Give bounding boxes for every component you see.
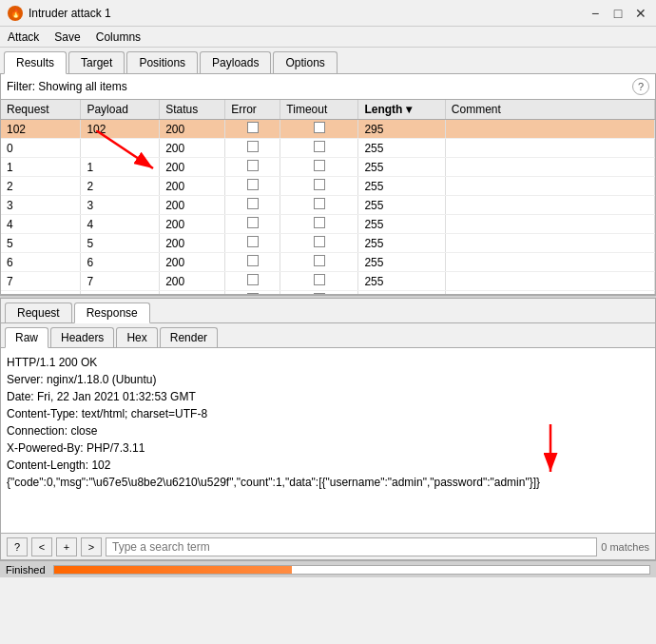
error-checkbox[interactable] [247,141,259,152]
status-progress-fill [54,566,293,574]
timeout-checkbox[interactable] [314,217,325,228]
req-resp-tab-bar: Request Response [0,299,656,323]
results-table-container[interactable]: Request Payload Status Error Timeout Len… [0,100,656,295]
response-text: HTTP/1.1 200 OKServer: nginx/1.18.0 (Ubu… [7,354,649,491]
help-button[interactable]: ? [632,78,649,95]
sub-tab-bar: Raw Headers Hex Render [0,323,656,348]
col-payload[interactable]: Payload [81,100,160,120]
prev-button[interactable]: < [31,537,52,556]
tab-payloads[interactable]: Payloads [200,51,271,73]
tab-options[interactable]: Options [273,51,337,73]
window-controls: − □ ✕ [588,6,648,21]
error-checkbox[interactable] [247,255,259,266]
table-row[interactable]: 0200255 [1,139,655,158]
timeout-checkbox[interactable] [314,122,325,133]
tab-results[interactable]: Results [4,51,67,74]
error-checkbox[interactable] [247,217,259,228]
col-status[interactable]: Status [160,100,225,120]
menu-save[interactable]: Save [50,29,84,45]
sub-tab-hex[interactable]: Hex [116,327,157,347]
timeout-checkbox[interactable] [314,141,325,152]
table-row[interactable]: 102102200295 [1,120,655,139]
match-count: 0 matches [601,541,649,553]
status-text: Finished [6,564,46,576]
table-row[interactable]: 22200255 [1,177,655,196]
timeout-checkbox[interactable] [314,236,325,247]
tab-target[interactable]: Target [68,51,125,73]
table-row[interactable]: 77200255 [1,272,655,291]
sub-tab-raw[interactable]: Raw [5,327,48,348]
table-row[interactable]: 44200255 [1,215,655,234]
sub-tab-render[interactable]: Render [160,327,218,347]
close-button[interactable]: ✕ [633,6,648,21]
next-button[interactable]: > [81,537,102,556]
window-title: Intruder attack 1 [29,7,111,20]
error-checkbox[interactable] [247,274,259,285]
filter-bar: Filter: Showing all items ? [0,74,656,100]
main-tab-bar: Results Target Positions Payloads Option… [0,48,656,74]
timeout-checkbox[interactable] [314,160,325,171]
response-content[interactable]: HTTP/1.1 200 OKServer: nginx/1.18.0 (Ubu… [0,348,656,534]
col-error[interactable]: Error [225,100,280,120]
tab-positions[interactable]: Positions [126,51,198,73]
filter-label: Filter: Showing all items [7,80,127,93]
col-comment[interactable]: Comment [445,100,654,120]
col-timeout[interactable]: Timeout [280,100,358,120]
tab-request[interactable]: Request [5,302,72,322]
help-nav-button[interactable]: ? [7,537,28,556]
add-button[interactable]: + [56,537,77,556]
status-progress [53,565,650,575]
error-checkbox[interactable] [247,179,259,190]
table-row[interactable]: 55200255 [1,234,655,253]
table-row[interactable]: 88200255 [1,291,655,296]
error-checkbox[interactable] [247,293,259,295]
table-row[interactable]: 33200255 [1,196,655,215]
error-checkbox[interactable] [247,236,259,247]
col-request[interactable]: Request [1,100,81,120]
error-checkbox[interactable] [247,198,259,209]
results-table: Request Payload Status Error Timeout Len… [1,100,655,295]
table-row[interactable]: 11200255 [1,158,655,177]
table-row[interactable]: 66200255 [1,253,655,272]
menu-columns[interactable]: Columns [92,29,145,45]
timeout-checkbox[interactable] [314,255,325,266]
title-bar: 🔥 Intruder attack 1 − □ ✕ [0,0,656,27]
status-bar: Finished [0,560,656,577]
menu-attack[interactable]: Attack [4,29,43,45]
menu-bar: Attack Save Columns [0,27,656,48]
maximize-button[interactable]: □ [610,6,626,21]
error-checkbox[interactable] [247,160,259,171]
search-input[interactable] [106,537,597,556]
bottom-bar: ? < + > 0 matches [0,534,656,560]
timeout-checkbox[interactable] [314,274,325,285]
timeout-checkbox[interactable] [314,293,325,295]
error-checkbox[interactable] [247,122,259,133]
app-icon: 🔥 [8,6,23,21]
timeout-checkbox[interactable] [314,179,325,190]
tab-response[interactable]: Response [74,302,150,323]
timeout-checkbox[interactable] [314,198,325,209]
col-length[interactable]: Length ▾ [358,100,445,120]
sub-tab-headers[interactable]: Headers [50,327,114,347]
minimize-button[interactable]: − [588,6,603,21]
